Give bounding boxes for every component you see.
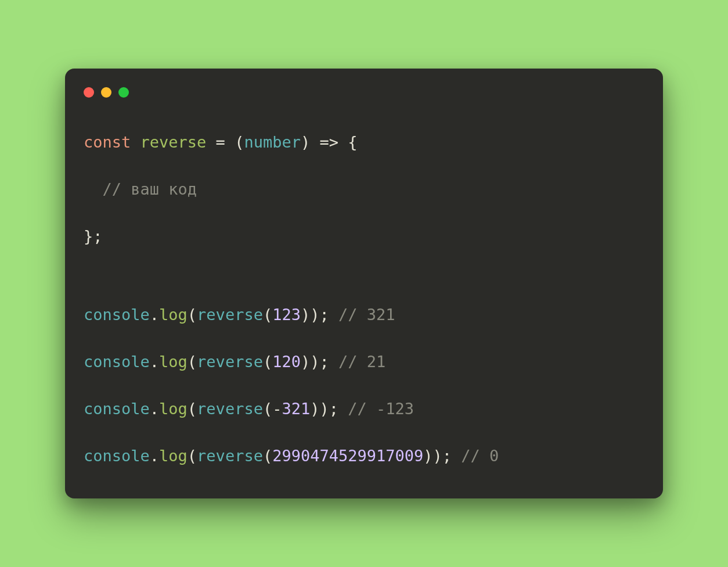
code-token: log [159, 447, 188, 465]
code-token: 2990474529917009 [272, 447, 423, 465]
code-token: console [84, 306, 150, 324]
code-line: }; [84, 221, 644, 252]
code-token: ( [188, 353, 197, 371]
code-token: )); [301, 353, 338, 371]
code-line: const reverse = (number) => { [84, 127, 644, 158]
code-token: console [84, 353, 150, 371]
code-token: ) [301, 133, 320, 151]
code-token: ( [188, 306, 197, 324]
code-blank-line [84, 331, 644, 346]
code-token: reverse [197, 353, 263, 371]
code-blank-line [84, 425, 644, 440]
code-token: 123 [272, 306, 301, 324]
code-token: 321 [282, 400, 310, 418]
code-token: reverse [140, 133, 207, 151]
code-line: console.log(reverse(123)); // 321 [84, 299, 644, 331]
code-token: ( [263, 306, 272, 324]
code-token [84, 180, 103, 198]
close-icon[interactable] [84, 87, 94, 98]
code-block: const reverse = (number) => { // ваш код… [84, 127, 644, 472]
code-token: reverse [197, 400, 263, 418]
code-token: console [84, 400, 150, 418]
code-token: reverse [197, 306, 263, 324]
code-token: 120 [272, 353, 301, 371]
code-token: )); [301, 306, 338, 324]
code-line: console.log(reverse(-321)); // -123 [84, 393, 644, 425]
code-token: ( [188, 400, 197, 418]
code-token: - [272, 400, 282, 418]
code-token: // 0 [461, 447, 499, 465]
code-token: => [319, 133, 338, 151]
code-token: )); [310, 400, 348, 418]
code-token [131, 133, 140, 151]
code-token: . [150, 306, 159, 324]
code-token: . [150, 353, 159, 371]
code-token: ( [263, 400, 272, 418]
code-token: ( [225, 133, 244, 151]
code-token: ( [188, 447, 197, 465]
code-token: . [150, 447, 159, 465]
code-blank-line [84, 378, 644, 393]
code-token: number [244, 133, 301, 151]
code-token: // 321 [338, 306, 395, 324]
maximize-icon[interactable] [118, 87, 129, 98]
minimize-icon[interactable] [101, 87, 111, 98]
code-token: log [159, 306, 188, 324]
code-blank-line [84, 252, 644, 268]
code-line: console.log(reverse(120)); // 21 [84, 346, 644, 378]
code-blank-line [84, 205, 644, 221]
code-token: log [159, 400, 188, 418]
code-token: ( [263, 353, 272, 371]
window-titlebar [84, 85, 644, 98]
code-blank-line [84, 158, 644, 174]
code-token: // -123 [348, 400, 414, 418]
code-token: { [338, 133, 358, 151]
code-token: log [159, 353, 188, 371]
code-token [206, 133, 215, 151]
code-token: const [84, 133, 131, 151]
code-token: ( [263, 447, 272, 465]
code-token: console [84, 447, 150, 465]
code-token: }; [84, 227, 103, 245]
code-blank-line [84, 268, 644, 284]
code-token: // 21 [338, 353, 385, 371]
code-line: console.log(reverse(2990474529917009)); … [84, 440, 644, 472]
code-token: // ваш код [103, 180, 197, 198]
code-token: reverse [197, 447, 263, 465]
code-blank-line [84, 284, 644, 299]
code-token: = [216, 133, 225, 151]
code-token: )); [423, 447, 461, 465]
code-window: const reverse = (number) => { // ваш код… [65, 69, 663, 498]
code-line: // ваш код [84, 174, 644, 205]
code-token: . [150, 400, 159, 418]
